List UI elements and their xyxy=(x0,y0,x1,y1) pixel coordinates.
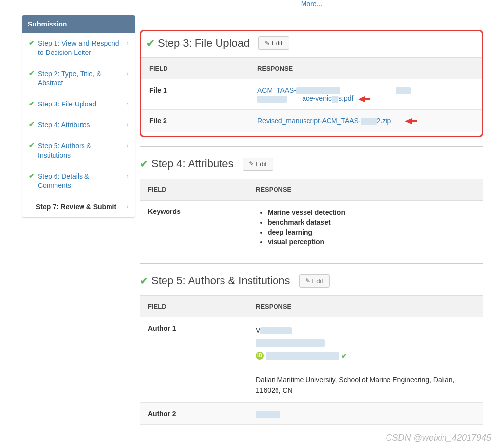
col-field: FIELD xyxy=(140,295,248,317)
table-row: Author 2 xyxy=(140,402,483,424)
response-cell xyxy=(248,402,483,424)
sidebar-item-label: Step 2: Type, Title, & Abstract xyxy=(38,69,122,88)
sidebar-card: Submission ✔ Step 1: View and Respond to… xyxy=(22,15,135,218)
orcid-icon: iD xyxy=(256,352,264,360)
sidebar-item-label: Step 4: Attributes xyxy=(38,120,90,130)
file2-suffix: 2.zip xyxy=(377,117,391,125)
check-icon: ✔ xyxy=(29,141,35,149)
step4-header: ✔ Step 4: Attributes ✎ Edit xyxy=(140,158,483,171)
step4-title: Step 4: Attributes xyxy=(151,158,234,170)
sidebar-item-step3[interactable]: ✔ Step 3: File Upload › xyxy=(22,94,135,115)
redacted xyxy=(257,96,287,103)
table-row: File 1 ACM_TAAS- ace-venics.pdf xyxy=(141,79,482,110)
check-icon: ✔ xyxy=(29,39,35,47)
divider xyxy=(140,146,483,147)
more-link[interactable]: More... xyxy=(140,0,483,10)
step5-header: ✔ Step 5: Authors & Institutions ✎ Edit xyxy=(140,274,483,288)
response-cell: Marine vessel detection benchmark datase… xyxy=(248,200,483,254)
step5-title: Step 5: Authors & Institutions xyxy=(151,274,290,287)
redacted xyxy=(296,87,340,94)
col-field: FIELD xyxy=(141,58,249,79)
sidebar-item-step5[interactable]: ✔ Step 5: Authors & Institutions › xyxy=(22,135,135,166)
sidebar-item-label: Step 5: Authors & Institutions xyxy=(38,141,122,160)
col-field: FIELD xyxy=(140,179,248,200)
edit-step5-button[interactable]: ✎ Edit xyxy=(299,274,330,288)
field-cell: File 2 xyxy=(141,109,249,132)
edit-step3-button[interactable]: ✎ Edit xyxy=(258,36,289,50)
arrow-annotation-icon xyxy=(405,118,412,124)
edit-label: Edit xyxy=(256,160,267,168)
check-icon: ✔ xyxy=(140,275,148,287)
chevron-right-icon: › xyxy=(122,120,129,128)
chevron-right-icon: › xyxy=(122,100,129,107)
pencil-icon: ✎ xyxy=(305,277,310,284)
sidebar-item-step1[interactable]: ✔ Step 1: View and Respond to Decision L… xyxy=(22,33,135,63)
keywords-list: Marine vessel detection benchmark datase… xyxy=(256,208,475,247)
response-cell: V iD ✔ Dalian Maritime University, Schoo… xyxy=(248,317,483,402)
redacted xyxy=(256,411,280,418)
col-response: RESPONSE xyxy=(248,295,483,317)
field-cell: Author 2 xyxy=(140,402,248,424)
table-row: File 2 Revised_manuscript-ACM_TAAS-2.zip xyxy=(141,109,482,132)
sidebar-item-label: Step 1: View and Respond to Decision Let… xyxy=(38,39,122,57)
field-cell: File 1 xyxy=(141,79,249,110)
field-cell: Keywords xyxy=(140,200,248,254)
redacted xyxy=(332,96,338,103)
edit-label: Edit xyxy=(272,39,282,47)
author1-affil: Dalian Maritime University, School of Ma… xyxy=(256,375,475,395)
sidebar-item-step4[interactable]: ✔ Step 4: Attributes › xyxy=(22,114,135,135)
edit-step4-button[interactable]: ✎ Edit xyxy=(243,158,273,171)
response-cell: ACM_TAAS- ace-venics.pdf xyxy=(249,79,482,110)
col-response: RESPONSE xyxy=(248,179,483,200)
file2-prefix: Revised_manuscript-ACM_TAAS- xyxy=(257,117,361,125)
keyword-item: visual perception xyxy=(268,237,475,247)
edit-label: Edit xyxy=(312,277,323,285)
sidebar-item-step2[interactable]: ✔ Step 2: Type, Title, & Abstract › xyxy=(22,63,135,94)
pencil-icon: ✎ xyxy=(249,160,254,167)
sidebar-item-label: Step 3: File Upload xyxy=(38,100,96,109)
redacted xyxy=(256,339,325,347)
file1-suffix: s.pdf xyxy=(338,94,353,102)
verified-check-icon: ✔ xyxy=(341,350,347,362)
table-row: Keywords Marine vessel detection benchma… xyxy=(140,200,483,254)
keyword-item: Marine vessel detection xyxy=(268,208,475,217)
orcid-row: iD ✔ xyxy=(256,350,347,362)
step3-header: ✔ Step 3: File Upload ✎ Edit xyxy=(141,36,482,50)
sidebar-item-label: Step 6: Details & Comments xyxy=(38,172,122,190)
author1-block: V iD ✔ Dalian Maritime University, Schoo… xyxy=(256,324,475,395)
check-icon: ✔ xyxy=(29,172,35,180)
keyword-item: deep learning xyxy=(268,227,475,237)
sidebar: Submission ✔ Step 1: View and Respond to… xyxy=(0,0,135,425)
redacted xyxy=(266,352,339,360)
file1-link[interactable]: ACM_TAAS- ace-venics.pdf xyxy=(257,86,411,102)
sidebar-title: Submission xyxy=(22,15,135,33)
table-row: Author 1 V iD ✔ Dalian Maritime Univers xyxy=(140,317,483,402)
sidebar-item-step7[interactable]: Step 7: Review & Submit › xyxy=(22,196,135,217)
redacted xyxy=(361,118,377,125)
chevron-right-icon: › xyxy=(122,69,129,77)
sidebar-item-step6[interactable]: ✔ Step 6: Details & Comments › xyxy=(22,166,135,196)
file1-mid: ace-venic xyxy=(302,94,332,102)
main-content: More... ✔ Step 3: File Upload ✎ Edit FIE… xyxy=(135,0,498,425)
keyword-item: benchmark dataset xyxy=(268,217,475,227)
step4-table: FIELD RESPONSE Keywords Marine vessel de… xyxy=(140,179,483,254)
divider xyxy=(140,19,483,19)
step5-table: FIELD RESPONSE Author 1 V iD ✔ xyxy=(140,295,483,425)
field-cell: Author 1 xyxy=(140,317,248,402)
pencil-icon: ✎ xyxy=(265,40,270,47)
check-icon: ✔ xyxy=(29,69,35,77)
file1-prefix: ACM_TAAS- xyxy=(257,86,296,94)
response-cell: Revised_manuscript-ACM_TAAS-2.zip xyxy=(249,109,482,132)
redacted xyxy=(260,327,292,334)
check-icon: ✔ xyxy=(146,37,155,49)
chevron-right-icon: › xyxy=(122,141,129,149)
check-icon: ✔ xyxy=(140,158,148,170)
check-icon: ✔ xyxy=(29,120,35,128)
redacted xyxy=(396,87,411,94)
file2-link[interactable]: Revised_manuscript-ACM_TAAS-2.zip xyxy=(257,117,391,125)
chevron-right-icon: › xyxy=(122,39,129,47)
step3-highlight: ✔ Step 3: File Upload ✎ Edit FIELD RESPO… xyxy=(140,30,483,137)
check-icon: ✔ xyxy=(29,100,35,107)
chevron-right-icon: › xyxy=(122,202,129,210)
divider xyxy=(140,263,483,264)
